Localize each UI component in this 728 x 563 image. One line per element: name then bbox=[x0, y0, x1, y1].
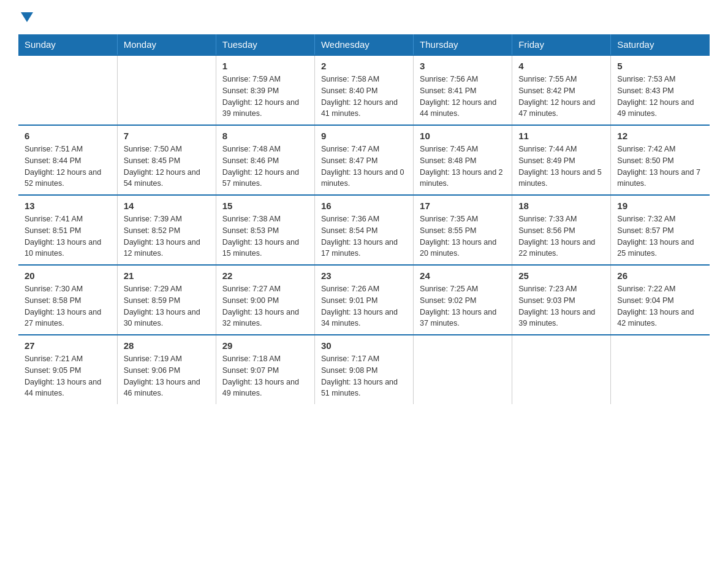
calendar-cell bbox=[117, 55, 216, 125]
calendar-cell: 25Sunrise: 7:23 AMSunset: 9:03 PMDayligh… bbox=[512, 265, 611, 335]
day-number: 8 bbox=[222, 131, 308, 141]
day-info: Sunrise: 7:23 AMSunset: 9:03 PMDaylight:… bbox=[518, 283, 604, 329]
calendar-cell: 5Sunrise: 7:53 AMSunset: 8:43 PMDaylight… bbox=[611, 55, 710, 125]
calendar-cell: 21Sunrise: 7:29 AMSunset: 8:59 PMDayligh… bbox=[117, 265, 216, 335]
day-info: Sunrise: 7:41 AMSunset: 8:51 PMDaylight:… bbox=[25, 213, 111, 259]
day-number: 19 bbox=[617, 201, 703, 211]
day-info: Sunrise: 7:26 AMSunset: 9:01 PMDaylight:… bbox=[321, 283, 407, 329]
weekday-header-row: SundayMondayTuesdayWednesdayThursdayFrid… bbox=[18, 34, 710, 55]
calendar-cell: 28Sunrise: 7:19 AMSunset: 9:06 PMDayligh… bbox=[117, 335, 216, 404]
weekday-header-saturday: Saturday bbox=[611, 34, 710, 55]
day-info: Sunrise: 7:59 AMSunset: 8:39 PMDaylight:… bbox=[222, 74, 308, 120]
calendar-cell: 7Sunrise: 7:50 AMSunset: 8:45 PMDaylight… bbox=[117, 125, 216, 195]
day-info: Sunrise: 7:30 AMSunset: 8:58 PMDaylight:… bbox=[25, 283, 111, 329]
calendar-cell: 2Sunrise: 7:58 AMSunset: 8:40 PMDaylight… bbox=[314, 55, 413, 125]
day-number: 27 bbox=[25, 340, 111, 351]
calendar-cell: 23Sunrise: 7:26 AMSunset: 9:01 PMDayligh… bbox=[314, 265, 413, 335]
calendar-cell: 13Sunrise: 7:41 AMSunset: 8:51 PMDayligh… bbox=[18, 195, 117, 265]
day-number: 24 bbox=[420, 270, 506, 281]
calendar-cell: 11Sunrise: 7:44 AMSunset: 8:49 PMDayligh… bbox=[512, 125, 611, 195]
calendar-cell: 8Sunrise: 7:48 AMSunset: 8:46 PMDaylight… bbox=[216, 125, 314, 195]
day-number: 9 bbox=[321, 131, 407, 141]
calendar-cell: 20Sunrise: 7:30 AMSunset: 8:58 PMDayligh… bbox=[18, 265, 117, 335]
weekday-header-sunday: Sunday bbox=[18, 34, 117, 55]
calendar-cell: 16Sunrise: 7:36 AMSunset: 8:54 PMDayligh… bbox=[314, 195, 413, 265]
day-number: 28 bbox=[124, 340, 210, 351]
day-info: Sunrise: 7:36 AMSunset: 8:54 PMDaylight:… bbox=[321, 213, 407, 259]
day-number: 23 bbox=[321, 270, 407, 281]
calendar-cell: 1Sunrise: 7:59 AMSunset: 8:39 PMDaylight… bbox=[216, 55, 314, 125]
day-number: 7 bbox=[124, 131, 210, 141]
page-header bbox=[18, 12, 710, 23]
day-info: Sunrise: 7:27 AMSunset: 9:00 PMDaylight:… bbox=[222, 283, 308, 329]
weekday-header-friday: Friday bbox=[512, 34, 611, 55]
calendar-cell: 27Sunrise: 7:21 AMSunset: 9:05 PMDayligh… bbox=[18, 335, 117, 404]
day-number: 3 bbox=[420, 61, 506, 71]
calendar-cell: 15Sunrise: 7:38 AMSunset: 8:53 PMDayligh… bbox=[216, 195, 314, 265]
calendar-week-1: 1Sunrise: 7:59 AMSunset: 8:39 PMDaylight… bbox=[18, 55, 710, 125]
day-info: Sunrise: 7:19 AMSunset: 9:06 PMDaylight:… bbox=[124, 353, 210, 399]
day-info: Sunrise: 7:51 AMSunset: 8:44 PMDaylight:… bbox=[25, 144, 111, 190]
day-number: 15 bbox=[222, 201, 308, 211]
day-info: Sunrise: 7:47 AMSunset: 8:47 PMDaylight:… bbox=[321, 144, 407, 190]
day-number: 25 bbox=[518, 270, 604, 281]
calendar-cell: 9Sunrise: 7:47 AMSunset: 8:47 PMDaylight… bbox=[314, 125, 413, 195]
calendar-cell: 19Sunrise: 7:32 AMSunset: 8:57 PMDayligh… bbox=[611, 195, 710, 265]
day-info: Sunrise: 7:42 AMSunset: 8:50 PMDaylight:… bbox=[617, 144, 703, 190]
calendar-cell: 18Sunrise: 7:33 AMSunset: 8:56 PMDayligh… bbox=[512, 195, 611, 265]
day-number: 21 bbox=[124, 270, 210, 281]
calendar-cell: 24Sunrise: 7:25 AMSunset: 9:02 PMDayligh… bbox=[414, 265, 512, 335]
day-number: 4 bbox=[518, 61, 604, 71]
day-info: Sunrise: 7:58 AMSunset: 8:40 PMDaylight:… bbox=[321, 74, 407, 120]
logo bbox=[18, 12, 33, 23]
calendar-cell bbox=[611, 335, 710, 404]
calendar-cell bbox=[512, 335, 611, 404]
day-info: Sunrise: 7:17 AMSunset: 9:08 PMDaylight:… bbox=[321, 353, 407, 399]
calendar-table: SundayMondayTuesdayWednesdayThursdayFrid… bbox=[18, 34, 710, 404]
day-number: 20 bbox=[25, 270, 111, 281]
weekday-header-monday: Monday bbox=[117, 34, 216, 55]
day-number: 1 bbox=[222, 61, 308, 71]
day-info: Sunrise: 7:50 AMSunset: 8:45 PMDaylight:… bbox=[124, 144, 210, 190]
day-number: 12 bbox=[617, 131, 703, 141]
calendar-week-3: 13Sunrise: 7:41 AMSunset: 8:51 PMDayligh… bbox=[18, 195, 710, 265]
day-number: 11 bbox=[518, 131, 604, 141]
day-number: 10 bbox=[420, 131, 506, 141]
day-info: Sunrise: 7:39 AMSunset: 8:52 PMDaylight:… bbox=[124, 213, 210, 259]
day-number: 13 bbox=[25, 201, 111, 211]
day-number: 26 bbox=[617, 270, 703, 281]
calendar-cell: 29Sunrise: 7:18 AMSunset: 9:07 PMDayligh… bbox=[216, 335, 314, 404]
day-number: 18 bbox=[518, 201, 604, 211]
day-info: Sunrise: 7:35 AMSunset: 8:55 PMDaylight:… bbox=[420, 213, 506, 259]
calendar-header: SundayMondayTuesdayWednesdayThursdayFrid… bbox=[18, 34, 710, 55]
calendar-body: 1Sunrise: 7:59 AMSunset: 8:39 PMDaylight… bbox=[18, 55, 710, 404]
calendar-cell: 12Sunrise: 7:42 AMSunset: 8:50 PMDayligh… bbox=[611, 125, 710, 195]
day-info: Sunrise: 7:38 AMSunset: 8:53 PMDaylight:… bbox=[222, 213, 308, 259]
day-info: Sunrise: 7:22 AMSunset: 9:04 PMDaylight:… bbox=[617, 283, 703, 329]
calendar-week-5: 27Sunrise: 7:21 AMSunset: 9:05 PMDayligh… bbox=[18, 335, 710, 404]
day-number: 29 bbox=[222, 340, 308, 351]
day-info: Sunrise: 7:53 AMSunset: 8:43 PMDaylight:… bbox=[617, 74, 703, 120]
logo-triangle-icon bbox=[21, 12, 33, 22]
day-info: Sunrise: 7:45 AMSunset: 8:48 PMDaylight:… bbox=[420, 144, 506, 190]
day-info: Sunrise: 7:48 AMSunset: 8:46 PMDaylight:… bbox=[222, 144, 308, 190]
calendar-cell bbox=[414, 335, 512, 404]
day-info: Sunrise: 7:56 AMSunset: 8:41 PMDaylight:… bbox=[420, 74, 506, 120]
day-number: 2 bbox=[321, 61, 407, 71]
day-number: 17 bbox=[420, 201, 506, 211]
day-number: 30 bbox=[321, 340, 407, 351]
calendar-cell bbox=[18, 55, 117, 125]
calendar-week-2: 6Sunrise: 7:51 AMSunset: 8:44 PMDaylight… bbox=[18, 125, 710, 195]
day-info: Sunrise: 7:21 AMSunset: 9:05 PMDaylight:… bbox=[25, 353, 111, 399]
calendar-cell: 22Sunrise: 7:27 AMSunset: 9:00 PMDayligh… bbox=[216, 265, 314, 335]
day-info: Sunrise: 7:29 AMSunset: 8:59 PMDaylight:… bbox=[124, 283, 210, 329]
calendar-cell: 17Sunrise: 7:35 AMSunset: 8:55 PMDayligh… bbox=[414, 195, 512, 265]
calendar-cell: 4Sunrise: 7:55 AMSunset: 8:42 PMDaylight… bbox=[512, 55, 611, 125]
day-info: Sunrise: 7:55 AMSunset: 8:42 PMDaylight:… bbox=[518, 74, 604, 120]
weekday-header-tuesday: Tuesday bbox=[216, 34, 314, 55]
calendar-cell: 10Sunrise: 7:45 AMSunset: 8:48 PMDayligh… bbox=[414, 125, 512, 195]
day-info: Sunrise: 7:25 AMSunset: 9:02 PMDaylight:… bbox=[420, 283, 506, 329]
day-number: 22 bbox=[222, 270, 308, 281]
logo-blue-text bbox=[18, 12, 33, 23]
weekday-header-wednesday: Wednesday bbox=[314, 34, 413, 55]
